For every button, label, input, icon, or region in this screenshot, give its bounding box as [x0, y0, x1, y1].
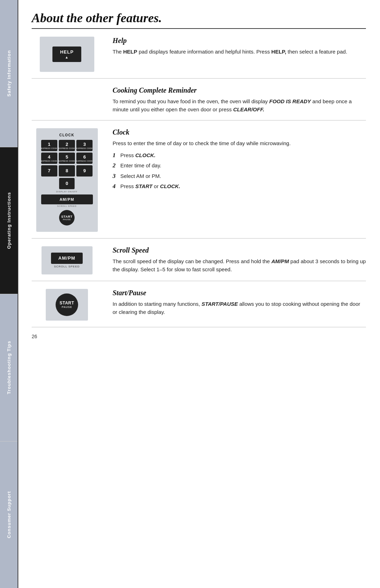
scroll-speed-text-content: The scroll speed of the display can be c… — [113, 257, 366, 274]
step-num-1: 1 — [113, 151, 120, 160]
help-image-area: HELP ▲ — [32, 37, 102, 72]
keypad-btn-5[interactable]: 5EXPRESS COOK — [59, 153, 75, 164]
step-text-4: Press START or CLOCK. — [120, 182, 180, 191]
scroll-speed-heading: Scroll Speed — [113, 246, 366, 254]
start-label: START — [59, 301, 74, 305]
start-pause-image-area: START PAUSE — [32, 289, 102, 321]
section-clock: CLOCK 1EXPRESS COOK 2EXPRESS COOK 3EXPRE… — [32, 120, 366, 239]
sidebar-label-operating: Operating Instructions — [6, 192, 12, 249]
keypad-grid: 1EXPRESS COOK 2EXPRESS COOK 3EXPRESS COO… — [41, 140, 93, 177]
sidebar: Safety Information Operating Instruction… — [0, 0, 18, 588]
scroll-speed-label: SCROLL SPEED — [57, 205, 76, 207]
section-help: HELP ▲ Help The HELP pad displays featur… — [32, 29, 366, 79]
start-pause-graphic: START PAUSE — [46, 289, 88, 321]
clock-heading: Clock — [113, 128, 366, 136]
pause-label: PAUSE — [62, 305, 72, 309]
sidebar-label-safety: Safety Information — [6, 50, 12, 97]
help-button-arrow: ▲ — [65, 55, 69, 59]
keypad-btn-4[interactable]: 4EXPRESS COOK — [41, 153, 57, 164]
keypad-btn-6[interactable]: 6EXPRESS COOK — [76, 153, 93, 164]
sidebar-section-operating: Operating Instructions — [0, 147, 18, 295]
keypad-btn-3[interactable]: 3EXPRESS COOK — [76, 140, 93, 151]
cooking-complete-content: Cooking Complete Reminder To remind you … — [113, 86, 366, 114]
keypad-btn-1[interactable]: 1EXPRESS COOK — [41, 140, 57, 151]
step-num-4: 4 — [113, 182, 120, 191]
ampm-button-large[interactable]: AM/PM — [51, 253, 83, 264]
keypad-btn-0[interactable]: 0 — [59, 178, 75, 189]
section-start-pause: START PAUSE Start/Pause In addition to s… — [32, 281, 366, 327]
start-pause-heading: Start/Pause — [113, 289, 366, 297]
sidebar-section-consumer: Consumer Support — [0, 441, 18, 588]
help-button-graphic: HELP ▲ — [40, 37, 94, 72]
clock-step-3: 3 Select AM or PM. — [113, 172, 366, 181]
section-cooking-complete: Cooking Complete Reminder To remind you … — [32, 79, 366, 120]
sidebar-label-consumer: Consumer Support — [6, 491, 12, 538]
clock-step-1: 1 Press CLOCK. — [113, 151, 366, 160]
main-content: About the other features. HELP ▲ Help Th… — [21, 0, 380, 353]
sidebar-section-safety: Safety Information — [0, 0, 18, 147]
help-heading: Help — [113, 37, 366, 45]
keypad-graphic: CLOCK 1EXPRESS COOK 2EXPRESS COOK 3EXPRE… — [36, 128, 98, 232]
display-onoff-label: DISPLAY ON/OFF — [56, 191, 77, 193]
step-text-2: Enter time of day. — [120, 162, 161, 170]
start-pause-text: In addition to starting many functions, … — [113, 300, 366, 316]
scroll-speed-text: SCROLL SPEED — [54, 265, 80, 268]
help-button: HELP ▲ — [52, 47, 82, 62]
clock-steps: 1 Press CLOCK. 2 Enter time of day. 3 Se… — [113, 151, 366, 191]
scroll-speed-content: Scroll Speed The scroll speed of the dis… — [113, 246, 366, 274]
keypad-btn-9[interactable]: 9 — [76, 165, 93, 177]
sidebar-label-troubleshooting: Troubleshooting Tips — [6, 341, 12, 394]
start-pause-content: Start/Pause In addition to starting many… — [113, 289, 366, 316]
keypad-ampm-btn[interactable]: AM/PM — [41, 194, 93, 204]
page-title: About the other features. — [32, 11, 366, 25]
keypad-zero-row: 0 — [41, 178, 93, 189]
keypad-start-btn[interactable]: START PAUSE — [59, 210, 75, 225]
ampm-graphic: AM/PM SCROLL SPEED — [42, 246, 93, 274]
keypad-btn-8[interactable]: 8 — [59, 165, 75, 177]
cooking-complete-text: To remind you that you have food in the … — [113, 97, 366, 114]
keypad-btn-2[interactable]: 2EXPRESS COOK — [59, 140, 75, 151]
clock-step-2: 2 Enter time of day. — [113, 161, 366, 170]
page-number: 26 — [32, 334, 366, 339]
help-button-label: HELP — [60, 49, 74, 55]
step-num-2: 2 — [113, 161, 120, 170]
sidebar-section-troubleshooting: Troubleshooting Tips — [0, 294, 18, 441]
clock-step-4: 4 Press START or CLOCK. — [113, 182, 366, 191]
clock-content: Clock Press to enter the time of day or … — [113, 128, 366, 192]
help-content: Help The HELP pad displays feature infor… — [113, 37, 366, 56]
step-num-3: 3 — [113, 172, 120, 181]
cooking-complete-heading: Cooking Complete Reminder — [113, 86, 366, 94]
step-text-1: Press CLOCK. — [120, 151, 156, 160]
step-text-3: Select AM or PM. — [120, 172, 161, 180]
clock-description: Press to enter the time of day or to che… — [113, 139, 366, 147]
scroll-speed-image-area: AM/PM SCROLL SPEED — [32, 246, 102, 274]
keypad-clock-label: CLOCK — [59, 133, 74, 137]
start-pause-button[interactable]: START PAUSE — [56, 293, 78, 316]
help-text: The HELP pad displays feature informatio… — [113, 48, 366, 56]
clock-image-area: CLOCK 1EXPRESS COOK 2EXPRESS COOK 3EXPRE… — [32, 128, 102, 232]
keypad-btn-7[interactable]: 7 — [41, 165, 57, 177]
section-scroll-speed: AM/PM SCROLL SPEED Scroll Speed The scro… — [32, 239, 366, 281]
